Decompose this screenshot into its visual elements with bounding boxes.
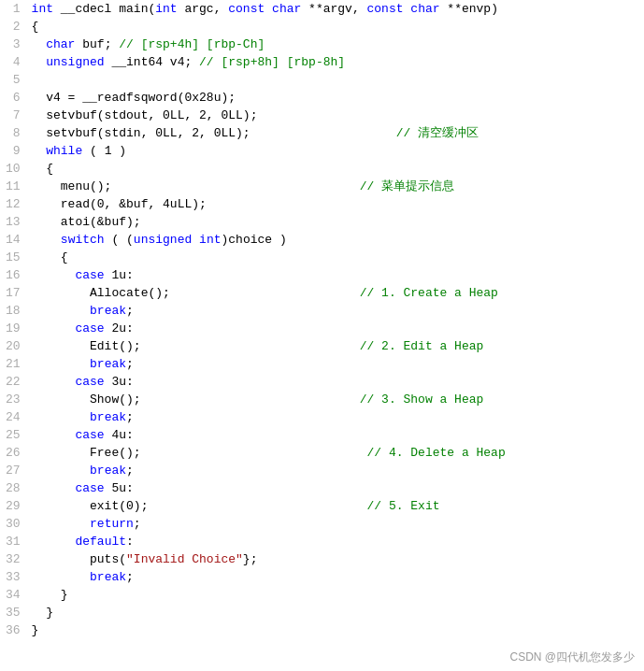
line-number: 17: [0, 284, 28, 302]
line-content: }: [28, 621, 644, 639]
line-number: 4: [0, 53, 28, 71]
line-content: v4 = __readfsqword(0x28u);: [28, 89, 644, 107]
line-content: atoi(&buf);: [28, 213, 644, 231]
line-number: 26: [0, 444, 28, 462]
line-number: 23: [0, 391, 28, 408]
table-row: 6 v4 = __readfsqword(0x28u);: [0, 89, 644, 107]
line-number: 20: [0, 337, 28, 355]
line-number: 9: [0, 142, 28, 160]
line-number: 12: [0, 195, 28, 213]
table-row: 35 }: [0, 604, 644, 621]
table-row: 16 case 1u:: [0, 266, 644, 284]
table-row: 27 break;: [0, 462, 644, 479]
line-number: 1: [0, 0, 28, 18]
table-row: 3 char buf; // [rsp+4h] [rbp-Ch]: [0, 36, 644, 53]
line-number: 24: [0, 408, 28, 426]
table-row: 26 Free(); // 4. Delete a Heap: [0, 444, 644, 462]
line-content: {: [28, 249, 644, 266]
line-content: unsigned __int64 v4; // [rsp+8h] [rbp-8h…: [28, 53, 644, 71]
table-row: 23 Show(); // 3. Show a Heap: [0, 391, 644, 408]
line-content: case 4u:: [28, 426, 644, 444]
line-number: 21: [0, 355, 28, 373]
line-content: return;: [28, 515, 644, 533]
line-content: Show(); // 3. Show a Heap: [28, 391, 644, 408]
line-number: 30: [0, 515, 28, 533]
line-number: 2: [0, 18, 28, 36]
line-content: {: [28, 160, 644, 178]
line-number: 31: [0, 533, 28, 550]
line-content: break;: [28, 568, 644, 586]
line-number: 16: [0, 266, 28, 284]
table-row: 9 while ( 1 ): [0, 142, 644, 160]
line-number: 25: [0, 426, 28, 444]
table-row: 8 setvbuf(stdin, 0LL, 2, 0LL); // 清空缓冲区: [0, 124, 644, 142]
table-row: 31 default:: [0, 533, 644, 550]
table-row: 34 }: [0, 586, 644, 604]
line-number: 10: [0, 160, 28, 178]
table-row: 10 {: [0, 160, 644, 178]
watermark: CSDN @四代机您发多少: [509, 650, 635, 665]
table-row: 2{: [0, 18, 644, 36]
table-row: 20 Edit(); // 2. Edit a Heap: [0, 337, 644, 355]
table-row: 24 break;: [0, 408, 644, 426]
line-number: 27: [0, 462, 28, 479]
line-content: break;: [28, 302, 644, 320]
table-row: 32 puts("Invalid Choice"};: [0, 550, 644, 568]
line-number: 34: [0, 586, 28, 604]
line-content: Allocate(); // 1. Create a Heap: [28, 284, 644, 302]
line-content: switch ( (unsigned int)choice ): [28, 231, 644, 249]
table-row: 14 switch ( (unsigned int)choice ): [0, 231, 644, 249]
line-number: 19: [0, 320, 28, 337]
line-number: 32: [0, 550, 28, 568]
line-content: exit(0); // 5. Exit: [28, 497, 644, 515]
line-number: 29: [0, 497, 28, 515]
code-table: 1int __cdecl main(int argc, const char *…: [0, 0, 644, 639]
line-number: 3: [0, 36, 28, 53]
line-content: read(0, &buf, 4uLL);: [28, 195, 644, 213]
table-row: 4 unsigned __int64 v4; // [rsp+8h] [rbp-…: [0, 53, 644, 71]
line-content: }: [28, 586, 644, 604]
line-content: char buf; // [rsp+4h] [rbp-Ch]: [28, 36, 644, 53]
line-number: 6: [0, 89, 28, 107]
line-content: case 3u:: [28, 373, 644, 391]
line-content: int __cdecl main(int argc, const char **…: [28, 0, 644, 18]
line-number: 35: [0, 604, 28, 621]
line-content: setvbuf(stdin, 0LL, 2, 0LL); // 清空缓冲区: [28, 124, 644, 142]
line-content: {: [28, 18, 644, 36]
line-content: break;: [28, 355, 644, 373]
line-content: case 2u:: [28, 320, 644, 337]
line-content: Free(); // 4. Delete a Heap: [28, 444, 644, 462]
line-number: 22: [0, 373, 28, 391]
table-row: 22 case 3u:: [0, 373, 644, 391]
line-content: menu(); // 菜单提示信息: [28, 178, 644, 195]
line-content: puts("Invalid Choice"};: [28, 550, 644, 568]
table-row: 25 case 4u:: [0, 426, 644, 444]
table-row: 15 {: [0, 249, 644, 266]
line-content: break;: [28, 462, 644, 479]
line-content: case 5u:: [28, 479, 644, 497]
table-row: 12 read(0, &buf, 4uLL);: [0, 195, 644, 213]
table-row: 29 exit(0); // 5. Exit: [0, 497, 644, 515]
line-number: 11: [0, 178, 28, 195]
line-content: [28, 71, 644, 89]
table-row: 36}: [0, 621, 644, 639]
line-number: 5: [0, 71, 28, 89]
line-content: setvbuf(stdout, 0LL, 2, 0LL);: [28, 107, 644, 124]
table-row: 7 setvbuf(stdout, 0LL, 2, 0LL);: [0, 107, 644, 124]
table-row: 1int __cdecl main(int argc, const char *…: [0, 0, 644, 18]
table-row: 21 break;: [0, 355, 644, 373]
table-row: 19 case 2u:: [0, 320, 644, 337]
code-container: 1int __cdecl main(int argc, const char *…: [0, 0, 644, 671]
line-content: case 1u:: [28, 266, 644, 284]
line-number: 18: [0, 302, 28, 320]
line-number: 7: [0, 107, 28, 124]
line-content: Edit(); // 2. Edit a Heap: [28, 337, 644, 355]
table-row: 11 menu(); // 菜单提示信息: [0, 178, 644, 195]
line-number: 36: [0, 621, 28, 639]
line-number: 13: [0, 213, 28, 231]
table-row: 17 Allocate(); // 1. Create a Heap: [0, 284, 644, 302]
line-number: 28: [0, 479, 28, 497]
table-row: 30 return;: [0, 515, 644, 533]
line-content: }: [28, 604, 644, 621]
table-row: 18 break;: [0, 302, 644, 320]
